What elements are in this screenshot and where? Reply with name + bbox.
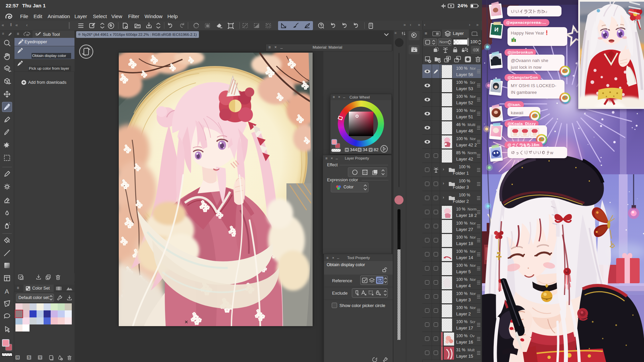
svg-text:A: A (5, 288, 9, 295)
svg-text:24%: 24% (458, 3, 468, 8)
